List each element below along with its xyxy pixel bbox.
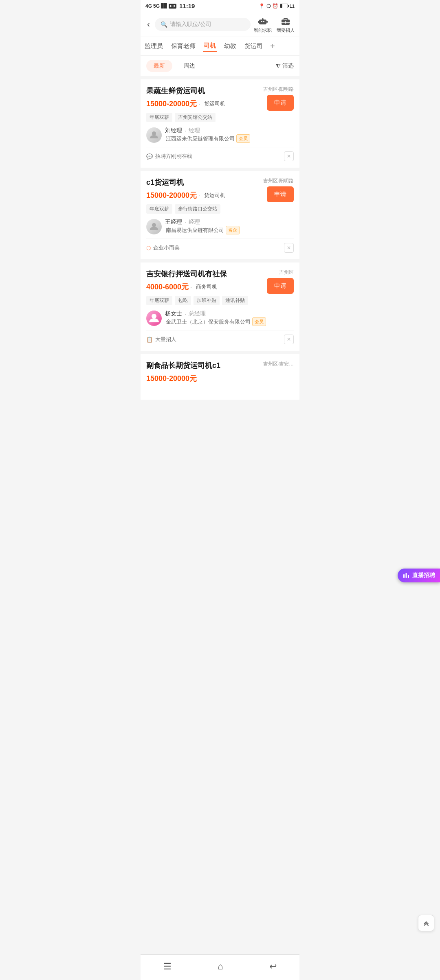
recruiter-company-1: 江西运来供应链管理有限公司 会员 [165, 134, 250, 143]
salary-row-4: 15000-20000元 [146, 374, 294, 383]
signal-5g: 5G [153, 3, 160, 9]
location-icon: 📍 [259, 3, 265, 9]
apply-button-3[interactable]: 申请 [267, 278, 294, 294]
online-status-3: 📋 大量招人 [146, 336, 176, 343]
job-salary-4: 15000-20000元 [146, 374, 197, 383]
job-salary-1: 15000-20000元 [146, 99, 197, 109]
avatar-1 [146, 127, 162, 143]
status-row-2: ⬡ 企业小而美 ✕ [146, 238, 294, 253]
chat-icon-1: 💬 [146, 153, 153, 160]
smart-job-label: 智能求职 [254, 27, 272, 33]
list-icon-3: 📋 [146, 337, 153, 343]
category-tabs: 监理员 保育老师 司机 幼教 货运司 + [141, 37, 299, 56]
close-card-2[interactable]: ✕ [284, 243, 294, 253]
alarm-icon: ⏰ [272, 3, 278, 9]
svg-rect-2 [263, 21, 264, 22]
smart-job-button[interactable]: 智能求职 [254, 15, 272, 33]
job-type-2: 货运司机 [204, 192, 225, 199]
apply-button-1[interactable]: 申请 [267, 95, 294, 111]
status-row-3: 📋 大量招人 ✕ [146, 330, 294, 344]
job-title-4[interactable]: 副食品长期货运司机c1 [146, 361, 220, 370]
signal-bars: ▊▊ [161, 3, 167, 9]
header: ‹ 🔍 请输入职位/公司 智能求职 [141, 12, 299, 37]
tag-3-2: 包吃 [175, 296, 191, 305]
recruiter-dot-3: · [185, 311, 186, 317]
recruiter-name-row-1: 刘经理 · 经理 [165, 127, 250, 134]
recruiter-name-2: 王经理 [165, 219, 182, 226]
job-card-2: c1货运司机 吉州区·阳明路 15000-20000元 · 货运司机 年底双薪 … [141, 171, 299, 259]
recruit-button[interactable]: 我要招人 [277, 15, 295, 33]
job-location-2: 吉州区·阳明路 [263, 177, 294, 184]
job-title-1[interactable]: 果蔬生鲜货运司机 [146, 86, 205, 96]
job-location-1: 吉州区·阳明路 [263, 86, 294, 93]
job-title-3[interactable]: 吉安银行押送司机有社保 [146, 269, 227, 279]
close-card-3[interactable]: ✕ [284, 335, 294, 344]
tab-youjiao[interactable]: 幼教 [223, 41, 237, 52]
recruiter-info-3: 杨女士 · 总经理 金武卫士（北京）保安服务有限公司 会员 [165, 310, 266, 326]
recruiter-row-2: 王经理 · 经理 南昌易运供应链有限公司 名企 [146, 219, 294, 234]
member-badge-1: 会员 [236, 134, 250, 143]
hd-badge: HD [169, 4, 176, 9]
tab-siji[interactable]: 司机 [203, 40, 217, 52]
company-name-1: 江西运来供应链管理有限公司 [166, 135, 235, 142]
tag-2-2: 步行街路口公交站 [175, 204, 220, 214]
recruiter-title-2: 经理 [189, 219, 200, 226]
close-card-1[interactable]: ✕ [284, 151, 294, 161]
job-salary-2: 15000-20000元 [146, 190, 197, 200]
recruiter-title-3: 总经理 [189, 310, 206, 317]
recruiter-name-1: 刘经理 [165, 127, 182, 134]
filter-nearby-button[interactable]: 周边 [176, 60, 202, 72]
recruiter-name-3: 杨女士 [165, 310, 182, 317]
apply-button-2[interactable]: 申请 [267, 186, 294, 202]
tab-baoyulaoshi[interactable]: 保育老师 [170, 41, 196, 52]
job-card-4: 副食品长期货运司机c1 吉州区·吉安… 15000-20000元 [141, 354, 299, 400]
famous-badge-2: 名企 [226, 226, 240, 234]
avatar-3 [146, 311, 162, 326]
signal-4g: 4G [145, 3, 152, 9]
filter-latest-button[interactable]: 最新 [146, 60, 172, 72]
hexagon-icon-2: ⬡ [146, 245, 151, 251]
job-card-3: 吉安银行押送司机有社保 吉州区 4000-6000元 · 商务司机 年底双薪 包… [141, 262, 299, 351]
job-tags-1: 年底双薪 吉州宾馆公交站 [146, 113, 294, 122]
tag-3-3: 加班补贴 [194, 296, 220, 305]
search-input[interactable]: 请输入职位/公司 [170, 21, 211, 28]
search-box[interactable]: 🔍 请输入职位/公司 [155, 18, 251, 31]
robot-icon [257, 15, 268, 26]
job-type-3: 商务司机 [196, 283, 217, 291]
back-button[interactable]: ‹ [145, 18, 152, 31]
tab-huoyunsi[interactable]: 货运司 [244, 41, 264, 52]
tag-1-1: 年底双薪 [146, 113, 172, 122]
svg-point-12 [152, 223, 156, 227]
filter-icon: ⧨ [276, 63, 281, 70]
status-left: 4G 5G ▊▊ HD 11:19 [145, 2, 195, 9]
status-right: 📍 ⬡ ⏰ 11 [259, 3, 295, 9]
recruiter-dot-1: · [185, 127, 186, 134]
svg-rect-0 [259, 20, 266, 24]
status-label-2: 企业小而美 [153, 244, 180, 252]
tag-1-2: 吉州宾馆公交站 [175, 113, 216, 122]
status-bar: 4G 5G ▊▊ HD 11:19 📍 ⬡ ⏰ 11 [141, 0, 299, 12]
job-title-2[interactable]: c1货运司机 [146, 177, 184, 187]
recruiter-title-1: 经理 [189, 127, 200, 134]
svg-point-11 [152, 131, 156, 136]
job-type-1: 货运司机 [204, 100, 225, 107]
filter-options-button[interactable]: ⧨ 筛选 [276, 62, 294, 70]
company-name-3: 金武卫士（北京）保安服务有限公司 [166, 318, 251, 326]
briefcase-icon [280, 15, 291, 26]
add-category-button[interactable]: + [270, 42, 275, 51]
svg-rect-5 [258, 21, 259, 23]
filter-label: 筛选 [282, 62, 294, 70]
job-header-4: 副食品长期货运司机c1 吉州区·吉安… [146, 361, 294, 370]
recruiter-row-1: 刘经理 · 经理 江西运来供应链管理有限公司 会员 [146, 127, 294, 143]
recruit-label: 我要招人 [277, 27, 295, 33]
job-location-3: 吉州区 [279, 269, 294, 276]
status-row-1: 💬 招聘方刚刚在线 ✕ [146, 147, 294, 161]
tag-2-1: 年底双薪 [146, 204, 172, 214]
job-salary-3: 4000-6000元 [146, 282, 189, 292]
avatar-placeholder-2 [146, 219, 162, 234]
svg-point-13 [152, 314, 156, 319]
recruiter-name-row-2: 王经理 · 经理 [165, 219, 240, 226]
recruiter-row-3: 杨女士 · 总经理 金武卫士（北京）保安服务有限公司 会员 [146, 310, 294, 326]
tab-jianliyuan[interactable]: 监理员 [144, 41, 164, 52]
recruiter-dot-2: · [185, 219, 186, 225]
